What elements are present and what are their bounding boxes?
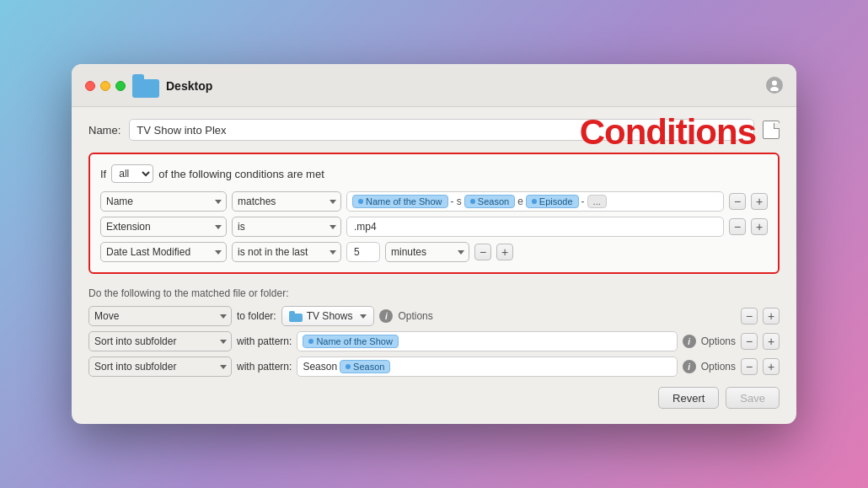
- revert-button[interactable]: Revert: [658, 387, 719, 409]
- svg-point-0: [772, 81, 777, 86]
- do-label: Do the following to the matched file or …: [88, 287, 780, 299]
- all-any-select[interactable]: all any: [111, 164, 153, 183]
- traffic-lights: [85, 81, 126, 91]
- condition-field-1[interactable]: Name Extension Date Last Modified: [100, 191, 227, 212]
- svg-point-1: [770, 87, 779, 91]
- sep-s: - s: [451, 196, 462, 207]
- minimize-button[interactable]: [100, 81, 110, 91]
- token-episode-1[interactable]: Episode: [526, 195, 579, 208]
- options-button-2[interactable]: Options: [701, 335, 736, 347]
- mini-folder-icon: [289, 311, 303, 322]
- info-button-3[interactable]: i: [683, 360, 696, 373]
- condition-row-3: Date Last Modified Name Extension is not…: [100, 242, 768, 262]
- token-name-of-show-1[interactable]: Name of the Show: [352, 195, 448, 208]
- remove-action-1[interactable]: −: [741, 308, 758, 324]
- season-prefix: Season: [303, 361, 337, 373]
- action-type-3[interactable]: Sort into subfolder Move Copy: [88, 357, 232, 377]
- window-title: Desktop: [166, 79, 212, 93]
- condition-unit-3[interactable]: minutes hours days: [385, 242, 469, 262]
- conditions-box: If all any of the following conditions a…: [88, 153, 780, 274]
- condition-field-2[interactable]: Extension Name Date Last Modified: [100, 217, 227, 237]
- bottom-buttons: Revert Save: [88, 387, 780, 409]
- folder-picker-1[interactable]: TV Shows: [281, 306, 375, 326]
- action-type-2[interactable]: Sort into subfolder Move Copy: [88, 331, 232, 351]
- condition-row-2: Extension Name Date Last Modified is is …: [100, 217, 768, 237]
- token-name-of-show-2[interactable]: Name of the Show: [303, 335, 399, 348]
- name-input[interactable]: [129, 119, 754, 141]
- remove-condition-2[interactable]: −: [729, 218, 746, 235]
- add-action-1[interactable]: +: [763, 308, 780, 324]
- options-button-1[interactable]: Options: [398, 310, 432, 322]
- options-button-3[interactable]: Options: [701, 361, 736, 373]
- add-condition-2[interactable]: +: [751, 218, 768, 235]
- condition-value-2[interactable]: [346, 217, 724, 237]
- sep-e: e: [517, 196, 523, 207]
- content-area: Name: Conditions If all any of the follo…: [72, 107, 796, 424]
- action-type-1[interactable]: Move Copy Sort into subfolder: [88, 306, 232, 326]
- info-button-2[interactable]: i: [683, 335, 696, 348]
- name-label: Name:: [88, 124, 121, 137]
- fullscreen-button[interactable]: [115, 81, 126, 91]
- token-ellipsis[interactable]: ...: [587, 195, 607, 208]
- folder-name-1: TV Shows: [307, 310, 353, 322]
- document-icon[interactable]: [763, 121, 780, 139]
- info-button-1[interactable]: i: [379, 309, 393, 323]
- condition-row-1: Name Extension Date Last Modified matche…: [100, 191, 768, 212]
- action-row-1: Move Copy Sort into subfolder to folder:…: [88, 306, 780, 326]
- if-label: If: [100, 168, 106, 180]
- token-season-1[interactable]: Season: [464, 195, 515, 208]
- remove-condition-3[interactable]: −: [474, 244, 491, 260]
- remove-action-3[interactable]: −: [741, 358, 758, 375]
- user-icon[interactable]: [766, 77, 783, 94]
- remove-condition-1[interactable]: −: [729, 193, 746, 210]
- save-button[interactable]: Save: [726, 387, 780, 409]
- actions-section: Do the following to the matched file or …: [88, 287, 780, 377]
- add-condition-1[interactable]: +: [751, 193, 768, 210]
- with-pattern-label-2: with pattern:: [237, 335, 292, 347]
- token-season-3[interactable]: Season: [340, 360, 390, 373]
- pattern-box-3: Season Season: [297, 357, 677, 377]
- add-condition-3[interactable]: +: [496, 244, 513, 260]
- condition-operator-2[interactable]: is is not: [232, 217, 341, 237]
- add-action-3[interactable]: +: [763, 358, 780, 375]
- condition-value-1: Name of the Show - s Season e Episode - …: [346, 191, 724, 212]
- action-row-3: Sort into subfolder Move Copy with patte…: [88, 357, 780, 377]
- condition-operator-1[interactable]: matches does not match contains: [232, 191, 341, 212]
- with-pattern-label-3: with pattern:: [237, 361, 292, 373]
- close-button[interactable]: [85, 81, 95, 91]
- to-folder-label: to folder:: [237, 310, 276, 322]
- if-row: If all any of the following conditions a…: [100, 164, 768, 183]
- titlebar: Desktop: [72, 64, 796, 107]
- sep-dash: -: [581, 196, 585, 207]
- name-row: Name: Conditions: [88, 119, 780, 141]
- condition-operator-3[interactable]: is not in the last is in the last: [232, 242, 341, 262]
- pattern-box-2: Name of the Show: [297, 331, 677, 351]
- action-row-2: Sort into subfolder Move Copy with patte…: [88, 331, 780, 351]
- folder-icon: [132, 74, 159, 98]
- add-action-2[interactable]: +: [763, 333, 780, 350]
- condition-field-3[interactable]: Date Last Modified Name Extension: [100, 242, 227, 262]
- conditions-suffix: of the following conditions are met: [158, 168, 324, 180]
- main-window: Desktop Name: Conditions If all any: [72, 64, 796, 424]
- remove-action-2[interactable]: −: [741, 333, 758, 350]
- condition-number-3[interactable]: [346, 242, 380, 262]
